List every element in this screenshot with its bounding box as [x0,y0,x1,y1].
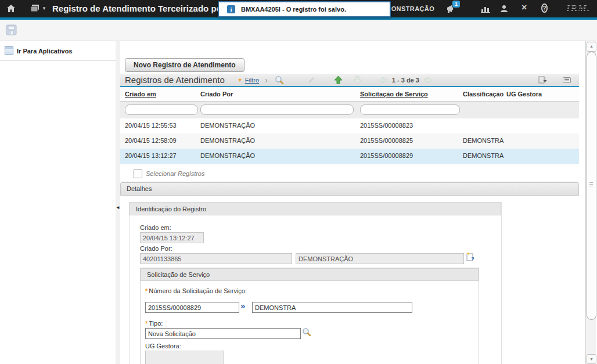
identification-header: Identificação do Registro [130,203,501,215]
table-toolbar: Registros de Atendimento ▼ Filtro › 1 - … [120,74,579,87]
application-window: ▼ Registro de Atendimento Terceirizado p… [0,0,597,364]
collapse-handle-icon[interactable]: ◄ [116,205,120,210]
criado-em-field [140,232,204,243]
table-filter-row [120,102,579,119]
table-row-selected[interactable]: 20/04/15 13:12:27 DEMONSTRAÇÃO 2015SS/00… [120,149,579,164]
service-request-header: Solicitação de Serviço [141,268,479,281]
cell-solicitacao: 2015SS/00008825 [360,137,413,144]
saved-notification: i BMXAA4205I - O registro foi salvo. [218,1,391,17]
required-icon: * [145,287,148,294]
prev-page-icon [379,77,387,84]
tipo-field[interactable] [145,328,301,339]
cell-criado-por: DEMONSTRAÇÃO [200,122,255,129]
main-content: Novo Registro de Atendimento Registros d… [120,41,585,364]
filter-caret-icon[interactable]: ▼ [238,77,243,83]
column-header-solicitacao[interactable]: Solicitação de Serviço [360,91,428,98]
cell-solicitacao: 2015SS/00008823 [360,122,413,129]
new-record-button[interactable]: Novo Registro de Atendimento [125,58,244,72]
expand-chevron-icon[interactable]: › [265,77,268,83]
filter-input-criado-por[interactable] [200,104,354,115]
go-to-detail-chevron-icon[interactable]: » [240,301,245,311]
details-section-header[interactable]: Detalhes [120,182,579,196]
ug-gestora-label: UG Gestora: [145,343,181,349]
numero-solicitacao-field[interactable] [145,302,239,313]
scrollbar-thumb[interactable] [587,52,596,320]
app-title: Registro de Atendimento Terceirizado por [52,3,225,13]
next-page-icon [424,77,432,84]
select-records-row: Selecionar Registros [120,167,579,182]
column-header-criado-em[interactable]: Criado em [125,91,156,98]
move-down-icon [353,75,362,84]
cell-criado-em: 20/04/15 12:55:53 [125,122,177,129]
cell-criado-em: 20/04/15 12:58:09 [125,137,177,144]
column-header-classificacao[interactable]: Classificação [463,91,504,98]
announcements-icon[interactable]: 1 [446,4,456,13]
cell-criado-por: DEMONSTRAÇÃO [200,137,255,144]
cell-criado-em: 20/04/15 13:12:27 [125,152,177,159]
column-header-criado-por[interactable]: Criado Por [200,91,233,98]
criado-por-id-field [140,253,292,264]
chevron-down-icon: ▼ [42,6,46,11]
cell-classificacao: DEMONSTRA [463,137,504,144]
download-icon[interactable] [538,75,548,84]
select-records-label: Selecionar Registros [146,170,205,177]
sidebar-item-label: Ir Para Aplicativos [17,48,73,55]
filter-input-solicitacao[interactable] [360,104,460,115]
criado-por-name-field [296,253,464,264]
home-icon[interactable] [6,3,16,14]
filter-link[interactable]: Filtro [245,77,259,84]
column-header-ug-gestora[interactable]: UG Gestora [506,91,542,98]
reports-chart-icon[interactable] [481,5,490,13]
cell-solicitacao: 2015SS/00008829 [360,152,413,159]
table-header-row: Criado em Criado Por Solicitação de Serv… [120,88,579,102]
pagination-label: 1 - 3 de 3 [392,77,419,84]
window-icon [5,46,13,55]
identification-section: Identificação do Registro Criado em: Cri… [129,202,502,364]
sidebar: Ir Para Aplicativos [0,41,116,364]
info-icon: i [227,5,235,13]
app-menu-icon[interactable]: ▼ [30,4,46,13]
notification-badge: 1 [452,1,460,8]
notification-text: BMXAA4205I - O registro foi salvo. [241,6,346,13]
ibm-logo: IBM. [566,3,590,15]
criado-em-label: Criado em: [140,224,171,231]
move-up-icon[interactable] [334,75,343,84]
filter-input-criado-em[interactable] [125,104,198,115]
help-icon[interactable]: ? [541,4,548,12]
service-request-section: Solicitação de Serviço *Número da Solici… [140,268,479,364]
detail-menu-icon[interactable] [465,251,475,261]
table-row[interactable]: 20/04/15 12:58:09 DEMONSTRAÇÃO 2015SS/00… [120,134,579,149]
numero-descricao-field[interactable] [252,302,412,313]
select-records-checkbox[interactable] [134,170,142,178]
tipo-label: *Tipo: [145,320,163,327]
profile-person-icon[interactable] [499,4,509,13]
save-icon[interactable] [6,24,17,35]
criado-por-label: Criado Por: [140,245,172,252]
edit-pencil-icon [307,76,315,84]
table-title: Registros de Atendimento [125,75,225,85]
scroll-up-icon[interactable]: ▲ [587,42,596,52]
sign-out-close-icon[interactable]: × [522,2,527,13]
vertical-scrollbar[interactable]: ▲ ▼ [585,41,596,364]
tipo-lookup-icon[interactable] [302,327,311,337]
scroll-down-icon[interactable]: ▼ [587,354,596,364]
sidebar-item-go-to-applications[interactable]: Ir Para Aplicativos [0,41,116,60]
minimize-icon[interactable] [563,77,571,83]
ug-gestora-field [145,351,224,364]
cell-classificacao: DEMONSTRA [463,152,504,159]
action-toolbar [0,20,597,41]
scrollbar-grip [589,182,593,183]
required-icon: * [145,320,148,327]
table-row[interactable]: 20/04/15 12:55:53 DEMONSTRAÇÃO 2015SS/00… [120,118,579,134]
search-icon[interactable] [275,75,284,85]
numero-label: *Número da Solicitação de Serviço: [145,287,247,294]
cell-criado-por: DEMONSTRAÇÃO [200,152,255,159]
